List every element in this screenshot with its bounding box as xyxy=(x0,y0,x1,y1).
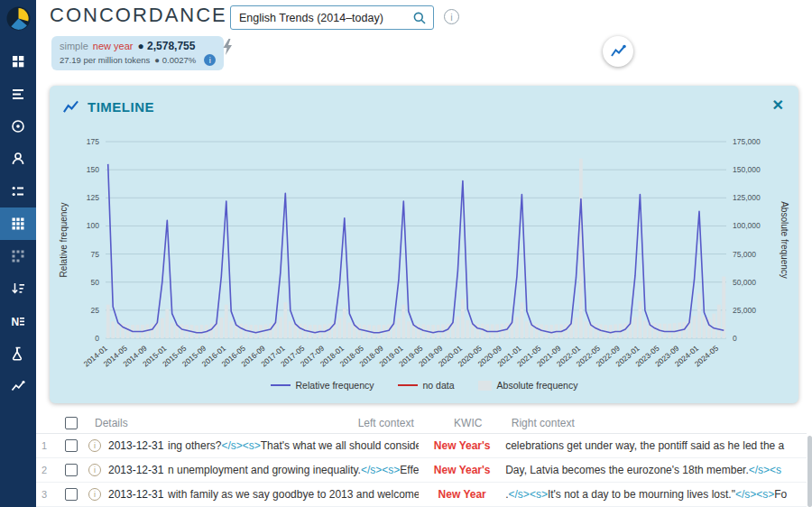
chart-legend: Relative frequencyno dataAbsolute freque… xyxy=(55,380,793,391)
left-context: ing others?</s><s>That's what we all sho… xyxy=(168,439,419,452)
timeline-chart-icon xyxy=(609,42,627,60)
legend-item: Absolute frequency xyxy=(478,380,578,391)
context-text: n unemployment and growing inequality. xyxy=(168,464,361,476)
row-info-icon[interactable]: i xyxy=(88,439,101,452)
svg-text:125,000: 125,000 xyxy=(733,193,761,202)
kwic-column-header: KWIC xyxy=(425,417,512,429)
timeline-title-icon xyxy=(62,98,79,115)
context-text: That's what we all should consider as xyxy=(261,439,419,452)
svg-text:25,000: 25,000 xyxy=(733,306,756,315)
row-number: 3 xyxy=(36,489,58,500)
lightning-bolt-icon xyxy=(221,38,234,56)
context-text: ing others? xyxy=(168,439,221,452)
query-text: new year xyxy=(93,41,134,51)
timeline-title: TIMELINE xyxy=(88,99,154,115)
sidebar-item-flask[interactable] xyxy=(0,337,36,370)
kwic-text[interactable]: New Year's xyxy=(434,439,491,452)
sidebar-item-word-sketch[interactable] xyxy=(0,143,36,175)
kwic-text[interactable]: New Year xyxy=(438,488,486,501)
table-row: 2i2013-12-31n unemployment and growing i… xyxy=(36,458,807,483)
svg-text:0: 0 xyxy=(95,334,99,343)
dashboard-icon xyxy=(10,53,26,69)
trends-icon xyxy=(10,378,26,394)
kwic-text[interactable]: New Year's xyxy=(434,464,491,476)
main-area: CONCORDANCE i simple new year ● 2,578,75… xyxy=(36,0,812,507)
svg-text:125: 125 xyxy=(87,193,99,202)
app-logo-icon[interactable] xyxy=(6,6,31,34)
left-context: n unemployment and growing inequality.</… xyxy=(168,464,419,476)
timeline-chart: 002525,0005050,0007575,000100100,0001251… xyxy=(55,122,793,380)
keywords-icon xyxy=(10,118,26,134)
row-number: 2 xyxy=(36,465,58,475)
svg-text:Absolute frequency: Absolute frequency xyxy=(780,201,789,279)
right-context: celebrations get under way, the pontiff … xyxy=(505,439,807,452)
table-row: 3i2013-12-31with family as we say goodby… xyxy=(36,483,807,507)
sidebar-item-trends[interactable] xyxy=(0,370,36,402)
right-context: .</s><s>It's not a day to be mourning li… xyxy=(505,488,807,501)
chip-info-icon[interactable]: i xyxy=(204,54,216,66)
sidebar-item-dashboard[interactable] xyxy=(0,45,36,78)
svg-text:175: 175 xyxy=(87,137,99,146)
timeline-toggle-button[interactable] xyxy=(603,36,633,67)
row-date[interactable]: 2013-12-31 xyxy=(105,488,168,501)
row-info-icon[interactable]: i xyxy=(88,464,101,476)
thesaurus-icon xyxy=(10,183,26,199)
svg-text:0: 0 xyxy=(733,334,737,343)
sentence-tag: </s><s xyxy=(749,464,781,476)
legend-item: no data xyxy=(398,380,455,391)
table-row: 1i2013-12-31ing others?</s><s>That's wha… xyxy=(36,434,807,458)
sidebar-item-concordance[interactable] xyxy=(0,207,36,240)
svg-text:150,000: 150,000 xyxy=(733,165,761,174)
ngrams-icon: N xyxy=(10,313,26,329)
legend-swatch xyxy=(271,384,291,386)
per-million-label: 27.19 per million tokens xyxy=(60,55,150,65)
sentence-tag: </s><s> xyxy=(361,464,400,476)
left-context-column-header: Left context xyxy=(168,417,425,429)
svg-text:50,000: 50,000 xyxy=(733,278,756,287)
timeline-panel: TIMELINE ✕ 002525,0005050,0007575,000100… xyxy=(50,86,798,403)
row-checkbox[interactable] xyxy=(65,488,78,501)
svg-text:75: 75 xyxy=(91,250,100,259)
search-icon[interactable] xyxy=(412,11,427,25)
vertical-scrollbar[interactable] xyxy=(807,436,812,507)
concordance-icon xyxy=(10,216,26,232)
svg-text:25: 25 xyxy=(91,306,100,315)
sidebar-item-word-list[interactable] xyxy=(0,78,36,110)
context-text: It's not a day to be mourning lives lost… xyxy=(548,488,735,501)
query-mode-label: simple xyxy=(60,41,88,51)
page-title: CONCORDANCE xyxy=(50,4,227,27)
legend-label: Absolute frequency xyxy=(497,380,578,391)
percent-label: ● 0.0027% xyxy=(154,55,196,65)
row-date[interactable]: 2013-12-31 xyxy=(105,464,168,476)
sidebar-item-keywords[interactable] xyxy=(0,110,36,143)
right-context-column-header: Right context xyxy=(512,417,807,429)
svg-text:100: 100 xyxy=(87,221,99,230)
sidebar-item-parallel-concordance[interactable] xyxy=(0,240,36,272)
row-date[interactable]: 2013-12-31 xyxy=(105,439,168,452)
hit-count: ● 2,578,755 xyxy=(137,40,195,52)
sidebar-item-frequency[interactable] xyxy=(0,272,36,305)
sidebar-item-ngrams[interactable]: N xyxy=(0,305,36,337)
sidebar-item-thesaurus[interactable] xyxy=(0,175,36,207)
sentence-tag: </s><s> xyxy=(221,439,260,452)
row-checkbox[interactable] xyxy=(65,464,78,476)
legend-swatch xyxy=(478,381,492,391)
parallel-concordance-icon xyxy=(10,248,26,264)
svg-text:75,000: 75,000 xyxy=(733,250,756,259)
right-context: Day, Latvia becomes the eurozone's 18th … xyxy=(505,464,807,476)
sentence-tag: </s><s> xyxy=(509,488,548,501)
close-icon[interactable]: ✕ xyxy=(772,97,784,114)
concordance-rows: 1i2013-12-31ing others?</s><s>That's wha… xyxy=(36,434,807,507)
context-text: Day, Latvia becomes the eurozone's 18th … xyxy=(505,464,749,476)
select-all-checkbox[interactable] xyxy=(65,417,78,429)
query-summary-chip[interactable]: simple new year ● 2,578,755 27.19 per mi… xyxy=(51,36,224,70)
corpus-info-icon[interactable]: i xyxy=(444,9,459,24)
row-info-icon[interactable]: i xyxy=(88,488,101,501)
corpus-search-box[interactable] xyxy=(230,5,434,30)
row-checkbox[interactable] xyxy=(65,439,78,452)
sentence-tag: </s><s> xyxy=(735,488,774,501)
legend-item: Relative frequency xyxy=(271,380,374,391)
quick-action-icon[interactable] xyxy=(221,38,234,60)
corpus-search-input[interactable] xyxy=(237,11,412,25)
word-list-icon xyxy=(10,86,26,102)
